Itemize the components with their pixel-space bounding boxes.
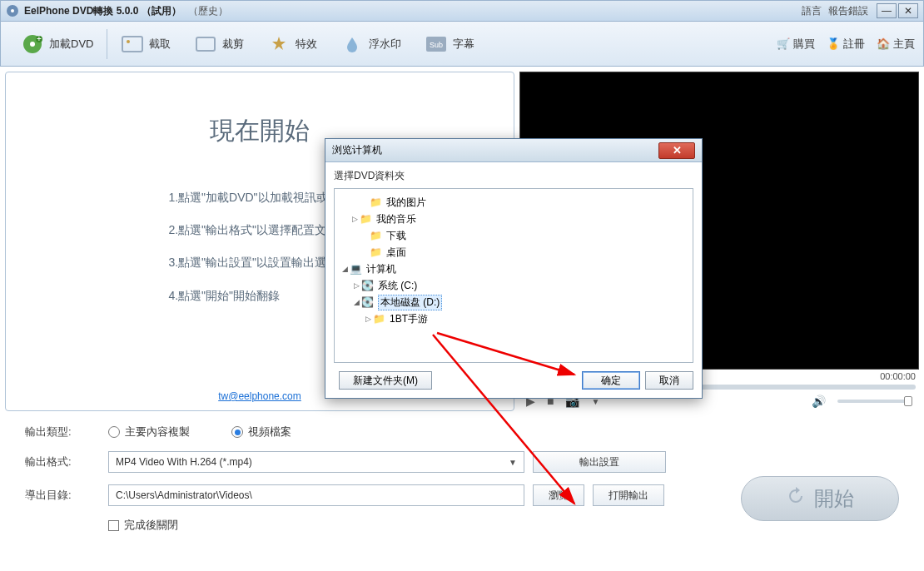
dest-input[interactable]: C:\Users\Administrator\Videos\ [108, 484, 524, 506]
tree-item-desktop[interactable]: 📁桌面 [338, 244, 689, 261]
chevron-down-icon: ▼ [509, 458, 517, 467]
folder-icon: 📁 [370, 246, 383, 258]
dialog-title: 浏览计算机 [332, 143, 382, 157]
cancel-button[interactable]: 取消 [645, 371, 693, 390]
open-output-button[interactable]: 打開輸出 [593, 484, 664, 506]
folder-tree[interactable]: 📁我的图片 ▷📁我的音乐 📁下载 📁桌面 ◢💻计算机 ▷💽系统 (C:) ◢💽本… [334, 188, 693, 363]
subtitle-icon: Sub [425, 32, 448, 56]
folder-icon: 📁 [360, 213, 373, 225]
medal-icon: 🏅 [827, 37, 840, 51]
subtitle-button[interactable]: Sub 字幕 [413, 27, 486, 61]
radio-video[interactable]: 視頻檔案 [231, 425, 291, 439]
drive-icon: 💽 [361, 280, 375, 291]
radio-copy[interactable]: 主要內容複製 [108, 425, 190, 439]
tree-item-music[interactable]: ▷📁我的音乐 [338, 211, 689, 227]
capture-icon [121, 32, 144, 56]
buy-button[interactable]: 🛒購買 [777, 37, 815, 52]
time-total: 00:00:00 [880, 371, 916, 381]
register-button[interactable]: 🏅註冊 [827, 37, 865, 52]
browse-button[interactable]: 瀏覽 [533, 484, 584, 506]
language-button[interactable]: 語言 [802, 4, 822, 18]
minimize-button[interactable]: — [877, 3, 897, 18]
crop-button[interactable]: 裁剪 [182, 27, 256, 61]
crop-icon [194, 32, 217, 56]
trial-label: （試用） [142, 4, 181, 18]
effect-label: 特效 [296, 37, 317, 52]
output-format-combo[interactable]: MP4 Video With H.264 (*.mp4) ▼ [108, 451, 524, 473]
dest-label: 導出目錄: [25, 488, 108, 503]
effect-button[interactable]: 特效 [256, 27, 329, 61]
tree-item-disk-d[interactable]: ◢💽本地磁盘 (D:) [338, 294, 689, 310]
dialog-close-button[interactable]: ✕ [658, 142, 695, 159]
svg-rect-6 [122, 37, 142, 52]
home-button[interactable]: 🏠主頁 [877, 37, 915, 52]
history-link[interactable]: （歷史） [188, 4, 228, 18]
cart-icon: 🛒 [777, 37, 790, 51]
volume-slider[interactable] [837, 400, 912, 403]
computer-icon: 💻 [350, 263, 363, 275]
tree-item-sys-c[interactable]: ▷💽系统 (C:) [338, 277, 689, 294]
tree-item-pictures[interactable]: 📁我的图片 [338, 194, 689, 211]
folder-icon: 📁 [370, 196, 383, 208]
title-bar: EelPhone DVD轉換 5.0.0 （試用） （歷史） 語言 報告錯誤 —… [0, 0, 924, 22]
shutdown-checkbox[interactable]: 完成後關閉 [108, 518, 178, 533]
output-format-label: 輸出格式: [25, 454, 108, 469]
folder-icon: 📁 [370, 230, 383, 241]
email-link[interactable]: tw@eelphone.com [218, 390, 301, 402]
crop-label: 裁剪 [222, 37, 244, 52]
dialog-titlebar: 浏览计算机 ✕ [325, 139, 702, 162]
svg-rect-8 [196, 37, 215, 51]
tree-item-downloads[interactable]: 📁下载 [338, 227, 689, 244]
tree-item-computer[interactable]: ◢💻计算机 [338, 261, 689, 277]
output-type-label: 輸出類型: [25, 425, 108, 439]
watermark-icon [340, 32, 364, 56]
drive-icon: 💽 [361, 296, 375, 308]
volume-thumb[interactable] [904, 396, 912, 406]
ok-button[interactable]: 确定 [582, 371, 640, 390]
tree-item-bt[interactable]: ▷📁1BT手游 [338, 310, 689, 327]
capture-button[interactable]: 截取 [109, 27, 182, 61]
subtitle-label: 字幕 [453, 37, 474, 52]
start-button[interactable]: 開始 [741, 476, 899, 521]
effect-icon [267, 32, 291, 56]
svg-point-7 [127, 40, 130, 43]
capture-label: 截取 [149, 37, 171, 52]
home-icon: 🏠 [877, 37, 890, 51]
load-dvd-label: 加載DVD [49, 37, 93, 52]
step1: 1.點選"加載DVD"以加載視訊或音訊 [168, 181, 350, 214]
start-title: 現在開始 [210, 114, 310, 148]
watermark-button[interactable]: 浮水印 [329, 27, 413, 61]
folder-icon: 📁 [373, 313, 386, 325]
svg-point-1 [11, 9, 14, 12]
svg-text:Sub: Sub [430, 41, 443, 49]
browse-dialog: 浏览计算机 ✕ 選擇DVD資料夾 📁我的图片 ▷📁我的音乐 📁下载 📁桌面 ◢💻… [325, 138, 703, 399]
output-format-value: MP4 Video With H.264 (*.mp4) [116, 456, 252, 468]
watermark-label: 浮水印 [369, 37, 401, 52]
report-bug-button[interactable]: 報告錯誤 [828, 4, 868, 18]
new-folder-button[interactable]: 新建文件夹(M) [339, 371, 432, 390]
volume-icon[interactable]: 🔊 [812, 395, 826, 408]
close-button[interactable]: ✕ [898, 3, 918, 18]
svg-point-3 [30, 42, 35, 47]
refresh-icon [786, 486, 806, 511]
app-icon [6, 4, 19, 17]
output-settings-button[interactable]: 輸出設置 [533, 451, 666, 473]
step4: 4.點選"開始"開始翻錄 [168, 280, 350, 312]
step3: 3.點選"輸出設置"以設置輸出選項 [168, 246, 350, 279]
disc-plus-icon: + [21, 32, 44, 56]
svg-text:+: + [37, 34, 42, 43]
step2: 2.點選"輸出格式"以選擇配置文件 [168, 214, 350, 246]
app-title: EelPhone DVD轉換 5.0.0 [24, 4, 138, 18]
toolbar: + 加載DVD 截取 裁剪 特效 浮水印 Sub 字幕 🛒購買 🏅註冊 🏠主頁 [0, 22, 924, 67]
dialog-label: 選擇DVD資料夾 [334, 169, 693, 183]
load-dvd-button[interactable]: + 加載DVD [9, 27, 105, 61]
